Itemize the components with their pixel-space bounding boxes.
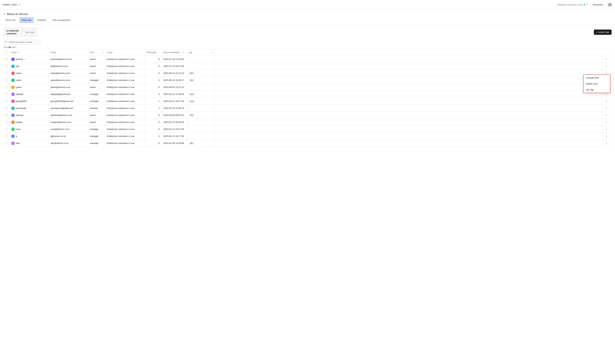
context-menu-item-delete-user[interactable]: Delete User [584,81,610,87]
cell-role: manager [88,140,105,147]
table-row: Jjjjjj@aimmo.co.krmanagerEnterprise cust… [3,133,612,140]
cell-name: Ststeve [10,77,49,84]
user-avatar[interactable]: Pa [607,2,612,7]
tag-pill: BD [189,72,194,75]
row-select[interactable] [3,133,10,140]
svg-point-31 [606,128,607,129]
row-select[interactable] [3,119,10,126]
table-row: Popollock♕pollock@aimmo.co.krownerEnterp… [3,56,612,63]
cell-email: jj@aimmo.co.kr [49,133,88,140]
tab-statistics[interactable]: Statistics [35,17,49,23]
svg-point-26 [606,115,607,116]
cell-name: Grgreen [10,84,49,91]
svg-point-2 [606,59,607,59]
subrow: a corporate customer Be in Use + Invite … [0,25,615,37]
cell-name: Yoyooniquen [10,105,49,112]
row-select[interactable] [3,98,10,105]
column-plan[interactable]: a plan [105,49,145,56]
row-select[interactable] [3,140,10,147]
row-menu-button[interactable] [605,114,608,117]
invite-user-button[interactable]: + Invite User [594,29,612,35]
row-select[interactable] [3,126,10,133]
column-name[interactable]: Name ⇅ [10,49,49,56]
cell-plan: Enterprise customers in use [105,140,145,147]
row-menu-button[interactable] [605,128,608,131]
customer-card[interactable]: a corporate customer Be in Use [3,27,38,37]
column-name-label: Name [11,51,17,54]
tab-label: Basic Info [6,19,15,21]
svg-point-20 [606,101,607,101]
table-row: Ststevesteve@aimmo.co.krmanagerEnterpris… [3,77,612,84]
row-select[interactable] [3,70,10,77]
tab-user-list[interactable]: User List [19,17,34,23]
column-date-label: Date of participati... [163,51,181,54]
user-name: demian [16,114,23,117]
column-role[interactable]: Role ▾ [88,49,105,56]
column-email[interactable]: Email [49,49,88,56]
cell-spacer [214,105,603,112]
column-participating[interactable]: Participatin... [145,49,162,56]
context-menu-item-change-role[interactable]: Change Role [584,75,610,81]
document-button[interactable]: Document [590,2,605,7]
tenant-name: AIMMO_SaaS [3,3,17,6]
row-menu-button[interactable] [605,100,608,103]
row-select[interactable] [3,84,10,91]
row-menu-button[interactable] [605,92,608,96]
cell-participating: 0 [145,133,162,140]
cell-tag [187,133,214,140]
row-select[interactable] [3,91,10,98]
cell-name: Chchloe [10,70,49,77]
row-select[interactable] [3,77,10,84]
customer-title: a corporate customer [6,29,22,35]
topbar-left: AIMMO_SaaS [3,2,24,7]
svg-point-8 [606,73,607,73]
search-box[interactable] [3,39,41,45]
row-menu-button[interactable] [605,142,608,145]
tenant-switcher[interactable]: AIMMO_SaaS [3,3,21,6]
search-input[interactable] [9,41,39,43]
user-avatar-mini: Jj [11,134,15,138]
row-select[interactable] [3,63,10,70]
cell-tag: BD [187,70,214,77]
column-date[interactable]: Date of participati... ⇅ [162,49,187,56]
row-menu-button[interactable] [605,134,608,138]
return-link[interactable]: Return to Service [0,10,615,17]
tab-basic-info[interactable]: Basic Info [3,17,18,23]
svg-point-3 [606,60,607,60]
table-row: Dedemiandemian@aimmo.co.krownerEnterpris… [3,112,612,119]
cell-spacer [214,126,603,133]
row-select[interactable] [3,56,10,63]
cell-role: owner [88,119,105,126]
cell-spacer [214,63,603,70]
row-select[interactable] [3,105,10,112]
cell-role: owner [88,70,105,77]
user-name: jiyong3062 [16,100,27,103]
return-label: Return to Service [7,13,28,16]
cell-actions [603,119,612,126]
user-name: dan [16,142,20,144]
row-menu-button[interactable] [605,120,608,124]
cell-tag: test [187,98,214,105]
row-menu-button[interactable] [605,65,608,68]
select-all-header[interactable] [3,49,10,56]
context-menu-item-set-tag[interactable]: Set Tag [584,87,610,93]
svg-point-7 [606,72,607,73]
cell-name: Nonora [10,126,49,133]
row-menu-button[interactable] [605,58,608,61]
tab-plan-management[interactable]: Plan management [50,17,73,23]
tab-label: User List [22,19,31,21]
column-participating-label: Participatin... [146,51,158,54]
column-tag[interactable]: tag ▾ [187,49,214,56]
cell-plan: Enterprise customers in use [105,63,145,70]
cell-date: 2023-04-21 11:06:35 [162,91,187,98]
cell-tag: BD [187,77,214,84]
table-header-row: Name ⇅ Email Role ▾ a plan Participatin.… [3,49,612,56]
user-avatar-mini: Ji [11,100,15,103]
cell-participating: 0 [145,70,162,77]
table-row: Pipittpitt@aimmo.co.krownerEnterprise cu… [3,63,612,70]
plan-indicator[interactable]: Enterprise customers in use [557,3,588,6]
row-menu-button[interactable] [605,106,608,110]
cell-name: Dedemian [10,112,49,119]
row-select[interactable] [3,112,10,119]
cell-tag: BD [187,140,214,147]
